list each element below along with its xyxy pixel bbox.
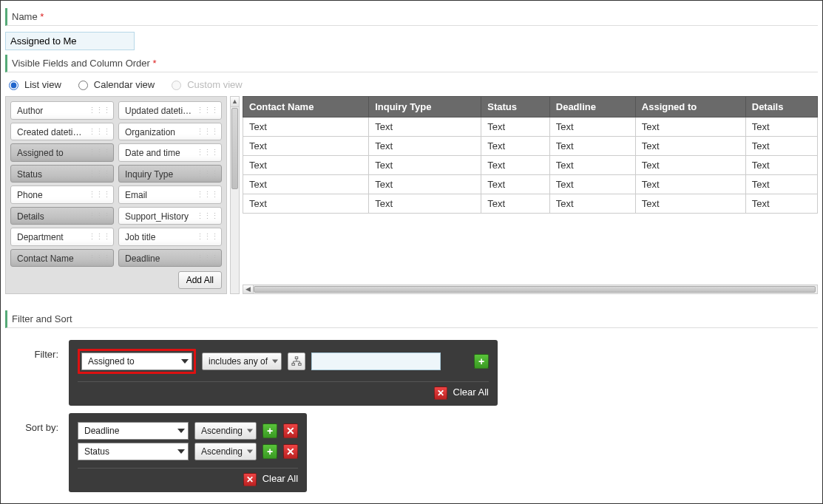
field-column-left: Author⋮⋮⋮Created dateti…⋮⋮⋮Assigned to⋮⋮… (10, 101, 114, 267)
add-sort-button[interactable]: + (263, 423, 277, 438)
sort-field-value: Status (84, 446, 109, 457)
sort-direction-select[interactable]: Ascending (194, 422, 257, 440)
cell: Text (635, 137, 745, 156)
scroll-thumb[interactable] (231, 108, 238, 189)
filter-field-select[interactable]: Assigned to (81, 353, 192, 370)
remove-sort-button[interactable]: ✕ (283, 444, 298, 459)
cell: Text (549, 175, 635, 194)
preview-table: Contact NameInquiry TypeStatusDeadlineAs… (243, 96, 818, 214)
filter-group: Filter: Assigned to includes any of (5, 340, 818, 406)
field-email[interactable]: Email⋮⋮⋮ (118, 185, 222, 204)
field-palette: Author⋮⋮⋮Created dateti…⋮⋮⋮Assigned to⋮⋮… (5, 96, 227, 294)
clear-all-sorts-icon[interactable]: ✕ (243, 473, 257, 486)
hscroll-thumb[interactable] (254, 286, 816, 293)
preview-table-wrap: Contact NameInquiry TypeStatusDeadlineAs… (243, 96, 818, 294)
drag-grip-icon: ⋮⋮⋮ (88, 253, 110, 262)
table-row: TextTextTextTextTextText (243, 137, 818, 156)
field-support-history[interactable]: Support_History⋮⋮⋮ (118, 207, 222, 225)
sort-clear-row: ✕ Clear All (78, 468, 298, 486)
view-mode-radios: List view Calendar view Custom view (5, 78, 818, 90)
svg-rect-1 (292, 364, 295, 366)
cell: Text (369, 194, 481, 214)
field-details[interactable]: Details⋮⋮⋮ (10, 207, 114, 225)
drag-grip-icon: ⋮⋮⋮ (88, 211, 110, 220)
radio-calendar-view[interactable]: Calendar view (75, 78, 155, 90)
table-row: TextTextTextTextTextText (243, 194, 818, 214)
org-picker-button[interactable] (288, 353, 305, 370)
add-all-row: Add All (10, 267, 222, 289)
drag-grip-icon: ⋮⋮⋮ (88, 126, 110, 136)
col-details: Details (745, 97, 817, 118)
field-updated-dateti-[interactable]: Updated dateti…⋮⋮⋮ (118, 101, 222, 120)
svg-rect-2 (299, 364, 302, 366)
field-status[interactable]: Status⋮⋮⋮ (10, 165, 114, 183)
radio-list-input[interactable] (9, 81, 18, 90)
field-department[interactable]: Department⋮⋮⋮ (10, 228, 114, 246)
field-organization[interactable]: Organization⋮⋮⋮ (118, 123, 222, 141)
drag-grip-icon: ⋮⋮⋮ (196, 253, 218, 262)
cell: Text (481, 175, 549, 194)
cell: Text (481, 194, 549, 214)
chevron-down-icon (181, 359, 189, 364)
filter-operator-select[interactable]: includes any of (202, 353, 282, 370)
table-row: TextTextTextTextTextText (243, 175, 818, 194)
filter-clear-row: ✕ Clear All (78, 381, 489, 400)
sort-field-select[interactable]: Deadline (78, 422, 189, 440)
palette-scrollbar[interactable]: ▲ (230, 96, 240, 294)
radio-list-view[interactable]: List view (5, 78, 61, 90)
drag-grip-icon: ⋮⋮⋮ (88, 168, 110, 178)
radio-calendar-input[interactable] (78, 81, 88, 90)
col-inquiry-type: Inquiry Type (369, 97, 481, 118)
radio-list-label: List view (24, 79, 61, 90)
add-sort-button[interactable]: + (263, 444, 277, 459)
cell: Text (369, 156, 481, 175)
clear-all-filters-icon[interactable]: ✕ (434, 386, 447, 400)
visible-fields-label: Visible Fields and Column Order (12, 58, 150, 69)
required-indicator: * (40, 11, 44, 22)
chevron-down-icon (247, 450, 253, 454)
filter-row: Assigned to includes any of (78, 347, 489, 375)
field-contact-name[interactable]: Contact Name⋮⋮⋮ (10, 249, 114, 268)
field-assigned-to[interactable]: Assigned to⋮⋮⋮ (10, 143, 114, 162)
cell: Text (635, 194, 745, 214)
sort-direction-select[interactable]: Ascending (194, 443, 257, 460)
table-hscrollbar[interactable]: ◀ (243, 285, 818, 294)
table-row: TextTextTextTextTextText (243, 156, 818, 175)
scroll-up-button[interactable]: ▲ (231, 97, 239, 107)
field-phone[interactable]: Phone⋮⋮⋮ (10, 185, 114, 204)
field-author[interactable]: Author⋮⋮⋮ (10, 101, 114, 120)
field-created-dateti-[interactable]: Created dateti…⋮⋮⋮ (10, 123, 114, 141)
filter-field-highlight: Assigned to (78, 349, 196, 374)
filter-sort-label: Filter and Sort (12, 313, 72, 324)
required-indicator: * (153, 58, 157, 69)
add-all-button[interactable]: Add All (178, 271, 222, 289)
cell: Text (369, 175, 481, 194)
filter-field-value: Assigned to (88, 356, 135, 367)
drag-grip-icon: ⋮⋮⋮ (196, 168, 218, 178)
field-deadline[interactable]: Deadline⋮⋮⋮ (118, 249, 222, 268)
cell: Text (243, 137, 369, 156)
cell: Text (243, 175, 369, 194)
remove-sort-button[interactable]: ✕ (283, 423, 298, 438)
drag-grip-icon: ⋮⋮⋮ (196, 190, 218, 200)
clear-all-sorts-link[interactable]: Clear All (263, 473, 298, 484)
cell: Text (745, 137, 817, 156)
clear-all-filters-link[interactable]: Clear All (453, 386, 489, 398)
sort-row: StatusAscending+✕ (78, 441, 298, 462)
filter-value-input[interactable] (311, 353, 441, 370)
hscroll-left-button[interactable]: ◀ (243, 285, 254, 293)
add-filter-button[interactable]: + (474, 354, 489, 369)
name-input[interactable] (5, 32, 135, 50)
filter-label: Filter: (5, 340, 63, 360)
cell: Text (745, 156, 817, 175)
sort-field-value: Deadline (84, 426, 119, 436)
field-date-and-time[interactable]: Date and time⋮⋮⋮ (118, 143, 222, 162)
drag-grip-icon: ⋮⋮⋮ (88, 148, 110, 157)
field-inquiry-type[interactable]: Inquiry Type⋮⋮⋮ (118, 165, 222, 183)
sort-field-select[interactable]: Status (78, 443, 189, 460)
svg-rect-0 (295, 357, 298, 359)
sort-panel: DeadlineAscending+✕StatusAscending+✕ ✕ C… (69, 413, 307, 492)
drag-grip-icon: ⋮⋮⋮ (196, 211, 218, 220)
name-field-label: Name (12, 11, 38, 22)
field-job-title[interactable]: Job title⋮⋮⋮ (118, 228, 222, 246)
